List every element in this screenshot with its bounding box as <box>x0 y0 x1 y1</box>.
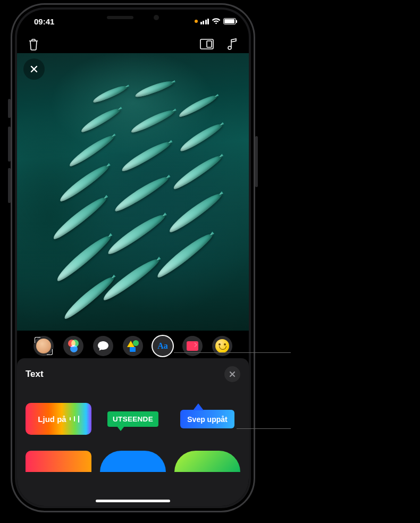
text-style-label: Ljud på <box>38 415 79 424</box>
fish <box>178 121 224 154</box>
text-styles-row-2 <box>26 451 240 472</box>
fish <box>120 138 172 174</box>
fish <box>79 105 122 134</box>
volume-down-button <box>8 168 11 203</box>
power-button <box>255 136 258 187</box>
iphone-frame: 09:41 <box>11 3 255 512</box>
volume-up-button <box>8 126 11 162</box>
wifi-icon <box>212 18 221 24</box>
text-button[interactable]: Aa <box>153 336 173 356</box>
battery-icon <box>223 18 236 24</box>
fish <box>177 92 218 119</box>
face-frame-icon <box>35 338 52 355</box>
text-style-peek[interactable] <box>100 451 166 472</box>
messages-button[interactable] <box>93 336 113 356</box>
text-styles-row: Ljud på UTSEENDE Svep uppåt <box>26 403 240 435</box>
music-button[interactable] <box>225 37 239 51</box>
fish <box>166 190 224 235</box>
aspect-button[interactable] <box>200 37 214 51</box>
text-style-peek[interactable] <box>26 451 91 472</box>
shapes-button[interactable] <box>123 336 143 356</box>
fish <box>171 152 223 191</box>
text-style-ljud[interactable]: Ljud på <box>26 403 91 435</box>
fish <box>91 83 128 104</box>
effects-toolbar: Aa <box>17 331 249 360</box>
panel-close-button[interactable] <box>224 366 240 382</box>
text-style-label: Svep uppåt <box>180 410 234 428</box>
svg-rect-1 <box>207 41 212 47</box>
mic-indicator-dot <box>195 20 198 23</box>
fish <box>112 173 171 214</box>
text-style-svep[interactable]: Svep uppåt <box>174 403 240 435</box>
fish <box>134 78 174 99</box>
emoji-icon <box>215 339 229 353</box>
home-indicator[interactable] <box>96 500 170 502</box>
text-style-utseende[interactable]: UTSEENDE <box>100 403 166 435</box>
trash-button[interactable] <box>27 37 40 51</box>
mute-switch <box>8 99 11 118</box>
notch <box>82 10 183 26</box>
speech-bubble-icon <box>97 341 109 351</box>
clock: 09:41 <box>34 17 54 26</box>
fish <box>105 210 167 257</box>
screen: 09:41 <box>17 10 249 506</box>
filters-icon <box>67 340 80 352</box>
close-effects-button[interactable] <box>23 58 45 80</box>
fish <box>54 232 113 284</box>
callout-line <box>174 352 291 353</box>
filters-button[interactable] <box>63 336 83 356</box>
shapes-icon <box>127 340 139 352</box>
label-icon <box>187 341 198 351</box>
callout-line <box>237 428 291 429</box>
emoji-button[interactable] <box>212 336 232 356</box>
memoji-button[interactable] <box>33 336 54 356</box>
fish <box>154 230 215 281</box>
fish <box>129 107 175 135</box>
fish <box>67 132 116 168</box>
text-icon: Aa <box>157 341 168 351</box>
text-style-label: UTSEENDE <box>107 411 158 427</box>
fish <box>50 193 108 242</box>
labels-button[interactable] <box>182 336 203 356</box>
top-toolbar <box>17 33 249 55</box>
video-viewer[interactable] <box>17 53 249 331</box>
text-style-peek[interactable] <box>174 451 240 472</box>
sound-icon <box>70 416 79 423</box>
panel-title: Text <box>26 369 44 379</box>
cellular-icon <box>200 19 209 24</box>
text-panel: Text Ljud på UTSEENDE Svep uppåt <box>17 358 249 506</box>
